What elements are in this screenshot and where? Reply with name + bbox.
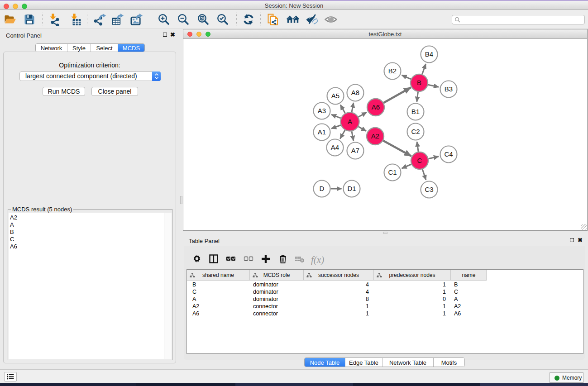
svg-text:C4: C4 <box>444 150 453 158</box>
svg-text:B1: B1 <box>411 108 420 115</box>
svg-text:B2: B2 <box>388 67 397 75</box>
svg-text:C2: C2 <box>411 128 420 135</box>
svg-text:C: C <box>417 157 422 164</box>
svg-text:A: A <box>348 118 352 125</box>
svg-text:C3: C3 <box>425 186 433 193</box>
svg-text:D: D <box>320 185 325 192</box>
svg-text:D1: D1 <box>347 185 356 192</box>
svg-text:B: B <box>417 79 421 86</box>
svg-text:A1: A1 <box>318 128 326 136</box>
svg-text:A2: A2 <box>371 132 379 140</box>
svg-text:A5: A5 <box>331 92 339 100</box>
svg-text:B3: B3 <box>445 85 453 93</box>
svg-text:A8: A8 <box>351 89 359 96</box>
svg-text:A6: A6 <box>372 103 380 111</box>
svg-text:A4: A4 <box>331 143 339 151</box>
svg-text:B4: B4 <box>425 50 433 58</box>
svg-text:A3: A3 <box>318 107 326 114</box>
svg-text:C1: C1 <box>388 168 397 176</box>
svg-text:A7: A7 <box>351 147 359 154</box>
